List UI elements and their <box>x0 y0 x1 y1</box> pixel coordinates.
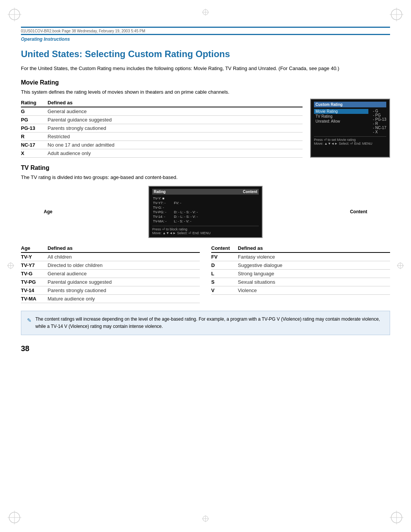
tv-ratings-list: - G- PG- PG-13- R- NC-17- X <box>373 109 386 134</box>
table-row: TV-GGeneral audience <box>21 269 200 278</box>
list-item: TV-Y7: -FV: - <box>152 201 259 205</box>
list-item: - X <box>373 130 386 134</box>
tv-rating-tables: Age Defined as TV-YAll childrenTV-Y7Dire… <box>21 244 390 303</box>
list-item: TV-G: - <box>152 205 259 210</box>
tv-menu-item-0: Movie Rating <box>314 109 368 114</box>
tv-rating-screen: Rating Content TV-Y: ■TV-Y7: -FV: -TV-G:… <box>148 186 263 238</box>
table-row: FVFantasy violence <box>211 252 390 261</box>
list-item: - NC-17 <box>373 126 386 130</box>
age-definition: General audience <box>48 269 200 278</box>
rating-definition: Parents strongly cautioned <box>48 124 303 133</box>
content-defined-header: Defined as <box>238 244 390 252</box>
tv-screen-title: Custom Rating <box>314 102 386 107</box>
top-center-mark <box>202 8 209 17</box>
intro-text: For the United States, the Custom Rating… <box>21 65 390 72</box>
rating-code: PG-13 <box>21 124 48 133</box>
tv-screen-large-title: Rating Content <box>152 189 259 195</box>
note-text: The content ratings will increase depend… <box>35 316 384 330</box>
age-definition: Directed to older children <box>48 261 200 269</box>
content-label: Content <box>350 209 367 214</box>
age-defined-header: Defined as <box>48 244 200 252</box>
content-definition: Suggestive dialogue <box>238 261 390 269</box>
list-item: - R <box>373 121 386 126</box>
rating-code: X <box>21 149 48 158</box>
table-row: PG-13Parents strongly cautioned <box>21 124 303 133</box>
tv-menu-item-1: TV Rating <box>314 114 368 119</box>
content-code: L <box>211 269 238 278</box>
table-row: GGeneral audience <box>21 107 303 116</box>
rating-definition: General audience <box>48 107 303 116</box>
table-row: LStrong language <box>211 269 390 278</box>
movie-rating-tv-screen: Custom Rating Movie Rating TV Rating Unr… <box>310 99 390 158</box>
movie-rating-table-wrap: Rating Defined as GGeneral audiencePGPar… <box>21 99 303 158</box>
table-row: XAdult audience only <box>21 149 303 158</box>
age-definition: Parents strongly cautioned <box>48 286 200 294</box>
movie-rating-desc: This system defines the rating levels of… <box>21 88 390 96</box>
age-code: TV-G <box>21 269 48 278</box>
content-definition: Sexual situations <box>238 278 390 286</box>
list-item: - PG-13 <box>373 117 386 121</box>
age-table-col: Age Defined as TV-YAll childrenTV-Y7Dire… <box>21 244 200 303</box>
rating-definition: Adult audience only <box>48 149 303 158</box>
corner-mark-tr <box>389 7 404 22</box>
list-item: TV-14: -D: - L: - S: - V: - <box>152 214 259 219</box>
movie-rating-layout: Rating Defined as GGeneral audiencePGPar… <box>21 99 390 158</box>
rating-definition: Restricted <box>48 133 303 141</box>
content-code: S <box>211 278 238 286</box>
tv-menu-list: Movie Rating TV Rating Unrated: Allow <box>314 109 368 134</box>
table-row: RRestricted <box>21 133 303 141</box>
file-info: 01US01COV-BR2.book Page 38 Wednesday, Fe… <box>21 28 390 34</box>
content-table-col: Content Defined as FVFantasy violenceDSu… <box>211 244 390 303</box>
col-header-rating: Rating <box>21 99 48 107</box>
main-content: Operating Instructions United States: Se… <box>21 35 390 353</box>
list-item: TV-Y: ■ <box>152 196 259 201</box>
corner-mark-br <box>389 510 404 525</box>
note-box: ✎ The content ratings will increase depe… <box>21 311 390 335</box>
tv-rating-heading: TV Rating <box>21 165 390 171</box>
table-row: TV-YAll children <box>21 252 200 261</box>
rating-code: NC-17 <box>21 141 48 149</box>
age-rating-table: Age Defined as TV-YAll childrenTV-Y7Dire… <box>21 244 200 303</box>
content-code: D <box>211 261 238 269</box>
tv-rating-desc: The TV rating is divided into two groups… <box>21 174 390 181</box>
header-strip: 01US01COV-BR2.book Page 38 Wednesday, Fe… <box>21 27 390 35</box>
rating-code: PG <box>21 116 48 124</box>
table-row: NC-17No one 17 and under admitted <box>21 141 303 149</box>
age-code: TV-Y <box>21 252 48 261</box>
tv-screen-footer-press: Press ⏎ to set Movie rating Move: ▲▼◄► S… <box>314 136 386 145</box>
rating-code: R <box>21 133 48 141</box>
table-row: TV-MAMature audience only <box>21 294 200 303</box>
col-header-defined: Defined as <box>48 99 303 107</box>
bottom-center-mark <box>202 515 209 524</box>
tv-menu-item-2: Unrated: Allow <box>314 119 368 124</box>
age-code: TV-MA <box>21 294 48 303</box>
table-row: TV-14Parents strongly cautioned <box>21 286 200 294</box>
tv-rating-section: TV Rating The TV rating is divided into … <box>21 165 390 303</box>
content-col-header: Content <box>211 244 238 252</box>
movie-rating-table: Rating Defined as GGeneral audiencePGPar… <box>21 99 303 158</box>
content-definition: Strong language <box>238 269 390 278</box>
tv-grid: TV-Y: ■TV-Y7: -FV: -TV-G: -TV-PG: -D: - … <box>152 196 259 224</box>
age-code: TV-Y7 <box>21 261 48 269</box>
right-mid-mark <box>397 262 404 270</box>
tv-screen-center-wrap: Age Rating Content TV-Y: ■TV-Y7: -FV: -T… <box>21 186 390 238</box>
content-definition: Violence <box>238 286 390 294</box>
page-title: United States: Selecting Custom Rating O… <box>21 49 390 59</box>
table-row: TV-PGParental guidance suggested <box>21 278 200 286</box>
age-code: TV-14 <box>21 286 48 294</box>
list-item: - G <box>373 109 386 113</box>
age-definition: All children <box>48 252 200 261</box>
table-row: PGParental guidance suggested <box>21 116 303 124</box>
table-row: SSexual situations <box>211 278 390 286</box>
table-row: TV-Y7Directed to older children <box>21 261 200 269</box>
list-item: TV-MA: -L: - S: - V: - <box>152 219 259 224</box>
content-definition: Fantasy violence <box>238 252 390 261</box>
table-row: VViolence <box>211 286 390 294</box>
movie-rating-section: Movie Rating This system defines the rat… <box>21 79 390 158</box>
table-row: DSuggestive dialogue <box>211 261 390 269</box>
age-col-header: Age <box>21 244 48 252</box>
tv-screen-large-footer: Press ⏎ to block rating Move: ▲▼◄► Selec… <box>152 226 259 235</box>
rating-definition: Parental guidance suggested <box>48 116 303 124</box>
operating-instructions-label: Operating Instructions <box>21 35 390 42</box>
left-mid-mark <box>7 262 14 270</box>
